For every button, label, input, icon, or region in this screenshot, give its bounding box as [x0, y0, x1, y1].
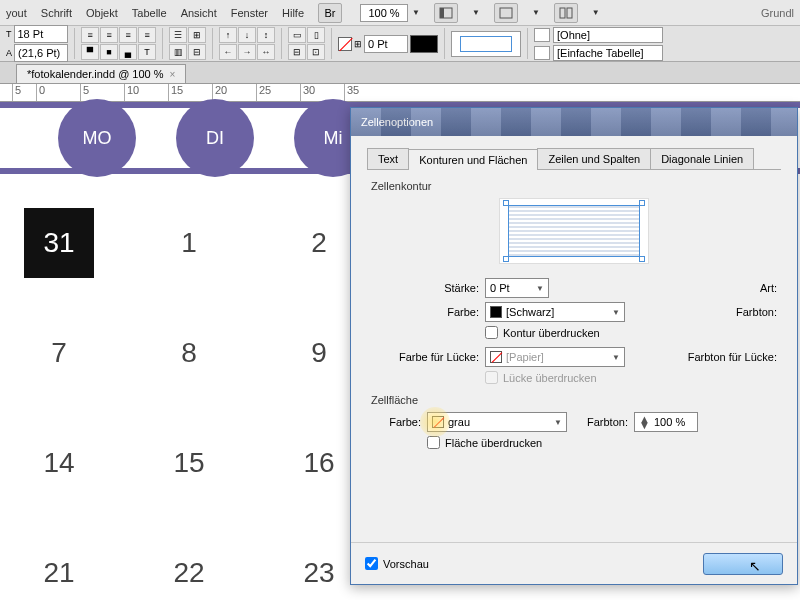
label-kontur-ueber: Kontur überdrucken [503, 327, 600, 339]
zoom-input[interactable] [360, 4, 408, 22]
tab-konturen[interactable]: Konturen und Flächen [408, 149, 538, 170]
calendar-cell[interactable]: 2 [284, 208, 354, 278]
align-left-icon[interactable]: ≡ [81, 27, 99, 43]
unmerge-icon[interactable]: ▯ [307, 27, 325, 43]
none-swatch-icon [490, 351, 502, 363]
row-after-icon[interactable]: ↓ [238, 27, 256, 43]
menu-hilfe[interactable]: Hilfe [282, 7, 304, 19]
stroke-preview[interactable] [499, 198, 649, 264]
col-before-icon[interactable]: ← [219, 44, 237, 60]
merge-cells-icon[interactable]: ▭ [288, 27, 306, 43]
screen-mode-icon[interactable] [494, 3, 518, 23]
ok-button[interactable] [703, 553, 783, 575]
calendar-cell[interactable]: 31 [24, 208, 94, 278]
cell-border-proxy[interactable] [451, 31, 521, 57]
calendar-cell[interactable]: 7 [24, 318, 94, 388]
table-style-field[interactable]: [Einfache Tabelle] [553, 45, 663, 61]
label-farbe-fill: Farbe: [371, 416, 421, 428]
calendar-cell[interactable]: 22 [154, 538, 224, 600]
dialog-titlebar[interactable]: Zellenoptionen [351, 108, 797, 136]
arrange-icon[interactable] [554, 3, 578, 23]
label-farbton-fill: Farbton: [587, 416, 628, 428]
merge-icon[interactable]: ⊞ [188, 27, 206, 43]
day-header-mo: MO [58, 99, 136, 177]
valign-top-icon[interactable]: ▀ [81, 44, 99, 60]
calendar-cell[interactable]: 15 [154, 428, 224, 498]
document-tab-bar: *fotokalender.indd @ 100 % × [0, 62, 800, 84]
kontur-ueberdrucken-checkbox[interactable] [485, 326, 498, 339]
bridge-icon[interactable]: Br [318, 3, 342, 23]
valign-mid-icon[interactable]: ■ [100, 44, 118, 60]
svg-rect-3 [560, 8, 565, 18]
tab-diagonale[interactable]: Diagonale Linien [650, 148, 754, 169]
label-farbton-luecke: Farbton für Lücke: [688, 351, 777, 363]
row-height-icon[interactable]: ↕ [257, 27, 275, 43]
leading-field[interactable]: (21,6 Pt) [14, 44, 68, 62]
zoom-dropdown-icon[interactable]: ▼ [412, 8, 420, 17]
split-icon[interactable]: ⊟ [188, 44, 206, 60]
fill-swatch-icon[interactable] [338, 37, 352, 51]
dropdown-arrow-icon[interactable]: ▼ [532, 8, 540, 17]
staerke-field[interactable]: 0 Pt▼ [485, 278, 549, 298]
label-flaeche-ueber: Fläche überdrucken [445, 437, 542, 449]
col-width-icon[interactable]: ↔ [257, 44, 275, 60]
label-art: Art: [760, 282, 777, 294]
grau-swatch-icon [432, 416, 444, 428]
svg-rect-4 [567, 8, 572, 18]
calendar-cell[interactable]: 23 [284, 538, 354, 600]
text-rotate-icon[interactable]: T [138, 44, 156, 60]
menu-layout[interactable]: yout [6, 7, 27, 19]
calendar-cell[interactable]: 16 [284, 428, 354, 498]
cell-options-dialog: Zellenoptionen Text Konturen und Flächen… [350, 107, 798, 585]
calendar-cell[interactable]: 1 [154, 208, 224, 278]
valign-bot-icon[interactable]: ▄ [119, 44, 137, 60]
svg-rect-2 [500, 8, 512, 18]
menu-schrift[interactable]: Schrift [41, 7, 72, 19]
split-v-icon[interactable]: ⊡ [307, 44, 325, 60]
document-tab[interactable]: *fotokalender.indd @ 100 % × [16, 64, 186, 83]
dropdown-arrow-icon[interactable]: ▼ [472, 8, 480, 17]
table-style-icon [534, 46, 550, 60]
calendar-cell[interactable]: 14 [24, 428, 94, 498]
cols-icon[interactable]: ▥ [169, 44, 187, 60]
align-right-icon[interactable]: ≡ [119, 27, 137, 43]
align-justify-icon[interactable]: ≡ [138, 27, 156, 43]
menu-objekt[interactable]: Objekt [86, 7, 118, 19]
split-h-icon[interactable]: ⊟ [288, 44, 306, 60]
vorschau-checkbox[interactable] [365, 557, 378, 570]
label-farbe: Farbe: [371, 306, 479, 318]
fill-farbton-field[interactable]: ▲▼ 100 % [634, 412, 698, 432]
calendar-cell[interactable]: 21 [24, 538, 94, 600]
flaeche-ueberdrucken-checkbox[interactable] [427, 436, 440, 449]
dropdown-arrow-icon[interactable]: ▼ [592, 8, 600, 17]
font-size-field[interactable]: 18 Pt [14, 25, 68, 43]
section-zellflaeche: Zellfläche [371, 394, 777, 406]
rows-icon[interactable]: ☰ [169, 27, 187, 43]
menu-ansicht[interactable]: Ansicht [181, 7, 217, 19]
menu-fenster[interactable]: Fenster [231, 7, 268, 19]
dialog-footer: Vorschau ↖ [351, 542, 797, 584]
calendar-cell[interactable]: 8 [154, 318, 224, 388]
tab-text[interactable]: Text [367, 148, 409, 169]
workspace-label[interactable]: Grundl [761, 7, 794, 19]
menu-tabelle[interactable]: Tabelle [132, 7, 167, 19]
calendar-cell[interactable]: 9 [284, 318, 354, 388]
col-after-icon[interactable]: → [238, 44, 256, 60]
fill-farbe-field[interactable]: grau ▼ [427, 412, 567, 432]
row-before-icon[interactable]: ↑ [219, 27, 237, 43]
view-mode-icon[interactable] [434, 3, 458, 23]
stroke-style-swatch[interactable] [410, 35, 438, 53]
farbe-luecke-field[interactable]: [Papier]▼ [485, 347, 625, 367]
tab-zeilen[interactable]: Zeilen und Spalten [537, 148, 651, 169]
cell-style-icon [534, 28, 550, 42]
stroke-weight-field[interactable]: 0 Pt [364, 35, 408, 53]
horizontal-ruler: 5 0 5 10 15 20 25 30 35 [0, 84, 800, 102]
close-tab-icon[interactable]: × [170, 69, 176, 80]
black-swatch-icon [490, 306, 502, 318]
farbe-field[interactable]: [Schwarz]▼ [485, 302, 625, 322]
stroke-weight-icon: ⊞ [354, 39, 362, 49]
cell-style-field[interactable]: [Ohne] [553, 27, 663, 43]
align-center-icon[interactable]: ≡ [100, 27, 118, 43]
leading-icon: A [6, 48, 12, 58]
luecke-ueberdrucken-checkbox [485, 371, 498, 384]
